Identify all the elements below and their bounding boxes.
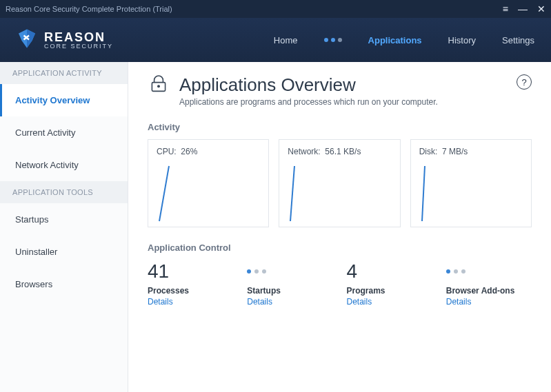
programs-label: Programs: [347, 286, 432, 296]
control-addons: Browser Add-ons Details: [446, 260, 532, 307]
addons-dots-icon: [446, 269, 465, 274]
nav-home[interactable]: Home: [274, 35, 298, 45]
activity-label: Activity: [148, 122, 532, 132]
addons-label: Browser Add-ons: [446, 286, 532, 296]
sidebar-item-uninstaller[interactable]: Uninstaller: [0, 236, 128, 268]
disk-name: Disk:: [419, 147, 438, 156]
lock-icon: [148, 74, 170, 96]
sidebar-item-browsers[interactable]: Browsers: [0, 268, 128, 300]
control-startups: Startups Details: [247, 260, 332, 307]
sidebar: APPLICATION ACTIVITY Activity Overview C…: [0, 62, 128, 392]
svg-line-6: [422, 166, 425, 221]
network-value: 56.1 KB/s: [325, 147, 361, 156]
startups-label: Startups: [247, 286, 332, 296]
cpu-value: 26%: [181, 147, 197, 156]
control-programs: 4 Programs Details: [347, 260, 432, 307]
top-nav: Home Applications History Settings: [274, 35, 534, 45]
cpu-sparkline: [157, 163, 260, 225]
logo: REASON CORE SECURITY: [17, 28, 113, 52]
sidebar-section-tools: APPLICATION TOOLS: [0, 181, 128, 203]
network-sparkline: [288, 163, 391, 225]
sidebar-item-network[interactable]: Network Activity: [0, 149, 128, 181]
main-content: Applications Overview Applications are p…: [128, 62, 551, 392]
disk-value: 7 MB/s: [442, 147, 468, 156]
nav-applications[interactable]: Applications: [368, 35, 422, 45]
card-disk: Disk: 7 MB/s: [410, 139, 532, 227]
cpu-name: CPU:: [157, 147, 177, 156]
page-title: Applications Overview: [179, 74, 438, 96]
network-name: Network:: [288, 147, 320, 156]
svg-point-3: [157, 85, 160, 87]
nav-settings[interactable]: Settings: [502, 35, 534, 45]
svg-line-5: [290, 166, 294, 221]
sidebar-item-startups[interactable]: Startups: [0, 203, 128, 236]
sidebar-item-overview[interactable]: Activity Overview: [0, 84, 128, 116]
card-network: Network: 56.1 KB/s: [279, 139, 400, 227]
addons-link[interactable]: Details: [446, 297, 532, 307]
menu-icon[interactable]: ≡: [503, 3, 508, 14]
startups-dots-icon: [247, 269, 266, 274]
sidebar-item-current[interactable]: Current Activity: [0, 116, 128, 149]
nav-scan-icon[interactable]: [324, 38, 342, 42]
card-cpu: CPU: 26%: [148, 139, 269, 227]
close-icon[interactable]: ✕: [537, 3, 545, 14]
processes-link[interactable]: Details: [148, 297, 233, 307]
sidebar-section-activity: APPLICATION ACTIVITY: [0, 62, 128, 84]
titlebar: Reason Core Security Complete Protection…: [0, 0, 551, 18]
brand-name: REASON: [44, 31, 113, 43]
header: REASON CORE SECURITY Home Applications H…: [0, 18, 551, 62]
startups-link[interactable]: Details: [247, 297, 332, 307]
page-subtitle: Applications are programs and processes …: [179, 97, 438, 107]
shield-icon: [17, 28, 37, 52]
programs-link[interactable]: Details: [347, 297, 432, 307]
minimize-icon[interactable]: —: [518, 3, 528, 14]
control-label: Application Control: [148, 243, 532, 253]
window-controls: ≡ — ✕: [503, 3, 545, 14]
svg-line-4: [159, 166, 169, 221]
control-processes: 41 Processes Details: [148, 260, 233, 307]
processes-count: 41: [148, 260, 233, 283]
window-title: Reason Core Security Complete Protection…: [6, 5, 172, 13]
programs-count: 4: [347, 260, 432, 283]
processes-label: Processes: [148, 286, 233, 296]
nav-history[interactable]: History: [448, 35, 476, 45]
help-icon[interactable]: ?: [517, 74, 532, 90]
disk-sparkline: [419, 163, 523, 225]
brand-sub: CORE SECURITY: [44, 43, 113, 50]
